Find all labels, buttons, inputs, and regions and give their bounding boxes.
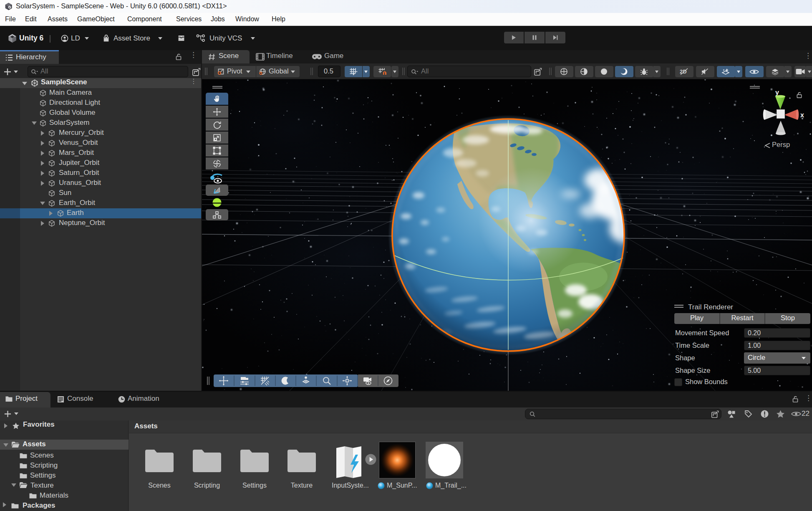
svg-text:y: y bbox=[775, 89, 779, 96]
svg-text:x: x bbox=[800, 111, 804, 119]
svg-text:Y: Y bbox=[352, 72, 355, 76]
svg-text:2D: 2D bbox=[680, 68, 687, 75]
